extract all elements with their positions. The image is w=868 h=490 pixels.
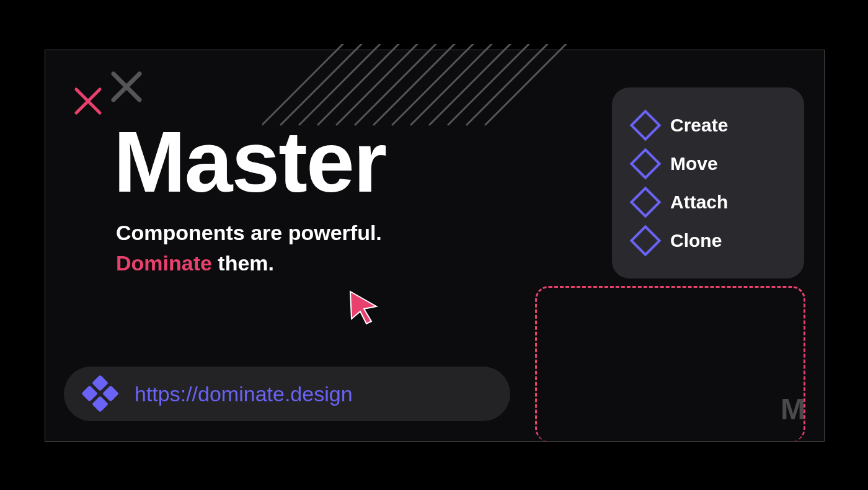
menu-item-move[interactable]: Move [631,145,786,183]
diamond-icon [630,110,662,141]
svg-line-12 [411,44,492,125]
sub-after: them. [212,251,274,275]
svg-line-11 [392,44,473,125]
svg-line-15 [467,44,547,125]
menu-item-clone[interactable]: Clone [631,221,786,260]
selection-outline [535,286,805,442]
diamond-icon [630,187,662,218]
menu-item-label: Create [670,115,728,136]
hero-subtitle: Components are powerful. Dominate them. [116,218,382,279]
svg-line-10 [374,44,454,125]
diamond-icon [630,148,662,180]
cursor-icon [347,289,384,329]
menu-item-label: Move [670,153,718,174]
url-text: https://dominate.design [135,382,353,406]
x-icon [71,84,106,119]
x-icon [107,68,146,106]
sub-line1: Components are powerful. [116,221,382,244]
action-menu: Create Move Attach Clone [612,87,804,278]
diamond-icon [630,225,662,257]
svg-line-14 [448,44,529,125]
promo-card: Master Components are powerful. Dominate… [45,50,825,442]
menu-item-label: Attach [670,192,728,213]
url-pill[interactable]: https://dominate.design [64,367,510,421]
brand-mark: M [781,392,803,426]
svg-line-16 [485,44,566,125]
svg-line-13 [430,44,510,125]
menu-item-label: Clone [670,230,722,251]
menu-item-create[interactable]: Create [631,106,786,145]
menu-item-attach[interactable]: Attach [631,183,786,221]
four-diamond-icon [85,378,116,409]
hero-title: Master [113,118,386,205]
sub-accent: Dominate [116,251,212,275]
hero-block: Master [113,118,386,205]
